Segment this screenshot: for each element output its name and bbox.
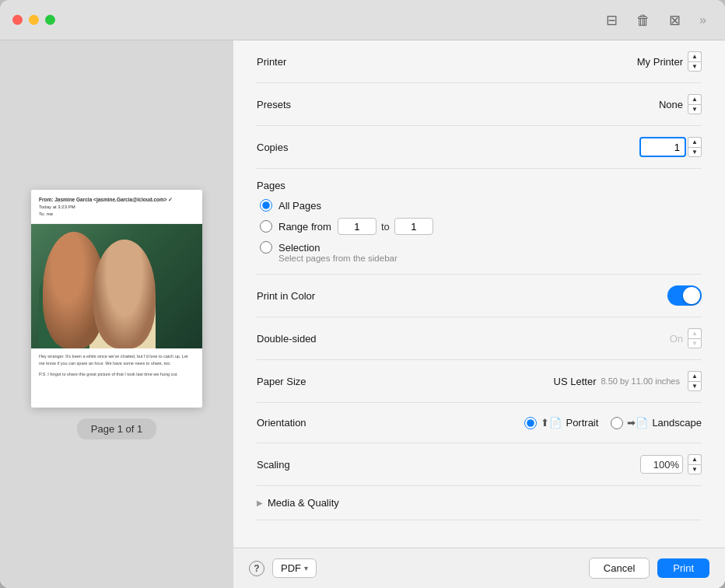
printer-up-arrow[interactable]: ▲ — [688, 51, 702, 61]
printer-stepper[interactable]: ▲ ▼ — [688, 51, 702, 72]
trash-icon[interactable]: 🗑 — [636, 13, 650, 27]
media-quality-label: Media & Quality — [268, 497, 339, 509]
paper-size-down-arrow[interactable]: ▼ — [688, 381, 702, 391]
print-in-color-label: Print in Color — [257, 290, 366, 302]
copies-label: Copies — [257, 142, 366, 153]
email-from: From: Jasmine Garcia <jasmine.Garcia@icl… — [39, 196, 194, 204]
paper-size-value: US Letter 8.50 by 11.00 inches ▲ ▼ — [554, 371, 702, 391]
portrait-label: Portrait — [566, 417, 598, 429]
landscape-label: Landscape — [652, 417, 702, 429]
double-sided-up-arrow[interactable]: ▲ — [688, 328, 702, 338]
copies-row: Copies ▲ ▼ — [257, 126, 702, 169]
selection-hint: Select pages from the sidebar — [278, 254, 702, 263]
pages-options: All Pages Range from to — [260, 199, 702, 263]
scaling-up-arrow[interactable]: ▲ — [688, 454, 702, 464]
scaling-stepper[interactable]: ▲ ▼ — [688, 454, 702, 474]
double-sided-label: Double-sided — [257, 333, 366, 345]
paper-size-name: US Letter — [554, 376, 597, 387]
range-to-label: to — [381, 221, 390, 233]
portrait-radio[interactable] — [524, 417, 537, 429]
pdf-button[interactable]: PDF ▾ — [272, 558, 317, 578]
print-button[interactable]: Print — [657, 558, 709, 578]
portrait-icon: ⬆📄 — [541, 417, 562, 429]
range-radio[interactable] — [260, 220, 272, 233]
scaling-input[interactable] — [640, 455, 683, 474]
double-sided-value-text: On — [670, 333, 683, 345]
paper-size-stepper[interactable]: ▲ ▼ — [688, 371, 702, 391]
email-header: From: Jasmine Garcia <jasmine.Garcia@icl… — [31, 190, 202, 225]
copies-stepper[interactable]: ▲ ▼ — [688, 137, 702, 157]
range-label: Range from — [278, 221, 331, 233]
portrait-option: ⬆📄 Portrait — [524, 417, 598, 429]
help-button[interactable]: ? — [249, 561, 264, 576]
print-in-color-value — [667, 285, 702, 306]
footer: ? PDF ▾ Cancel Print — [233, 548, 725, 588]
presets-down-arrow[interactable]: ▼ — [688, 104, 702, 114]
landscape-radio[interactable] — [611, 417, 623, 429]
minimize-button[interactable] — [29, 15, 39, 25]
media-quality-chevron: ▶ — [257, 499, 263, 507]
printer-down-arrow[interactable]: ▼ — [688, 61, 702, 72]
presets-up-arrow[interactable]: ▲ — [688, 94, 702, 104]
preview-image — [31, 224, 202, 348]
selection-radio[interactable] — [260, 241, 272, 254]
preview-panel: From: Jasmine Garcia <jasmine.Garcia@icl… — [0, 40, 233, 588]
presets-value[interactable]: None — [659, 99, 683, 110]
landscape-icon: ➡📄 — [627, 417, 648, 429]
archive-icon[interactable]: ⊟ — [606, 13, 618, 27]
scaling-row: Scaling ▲ ▼ — [257, 443, 702, 486]
figure-2-head — [93, 240, 156, 348]
cancel-button[interactable]: Cancel — [589, 558, 650, 579]
main-content: From: Jasmine Garcia <jasmine.Garcia@icl… — [0, 40, 725, 588]
paper-size-row: Paper Size US Letter 8.50 by 11.00 inche… — [257, 360, 702, 403]
more-icon[interactable]: » — [699, 13, 706, 27]
all-pages-radio[interactable] — [260, 199, 272, 212]
paper-size-label: Paper Size — [257, 376, 366, 387]
toolbar-icons: ⊟ 🗑 ⊠ » — [606, 13, 706, 27]
double-sided-value: On ▲ ▼ — [670, 328, 702, 348]
media-quality-row[interactable]: ▶ Media & Quality — [257, 486, 702, 520]
pages-label: Pages — [257, 180, 702, 191]
maximize-button[interactable] — [45, 15, 55, 25]
all-pages-row: All Pages — [260, 199, 702, 212]
print-in-color-toggle[interactable] — [667, 285, 702, 306]
orientation-value: ⬆📄 Portrait ➡📄 Landscape — [524, 417, 702, 429]
pdf-chevron-icon: ▾ — [304, 564, 308, 572]
paper-size-up-arrow[interactable]: ▲ — [688, 371, 702, 381]
email-date: Today at 3:23 PM — [39, 204, 194, 212]
printer-row: Printer My Printer ▲ ▼ — [257, 40, 702, 83]
presets-stepper[interactable]: ▲ ▼ — [688, 94, 702, 114]
print-in-color-row: Print in Color — [257, 275, 702, 317]
all-pages-label: All Pages — [278, 200, 321, 212]
selection-row: Selection — [260, 241, 702, 254]
close-button[interactable] — [12, 15, 23, 25]
double-sided-row: Double-sided On ▲ ▼ — [257, 317, 702, 360]
scaling-down-arrow[interactable]: ▼ — [688, 464, 702, 474]
scaling-value-wrap: ▲ ▼ — [640, 454, 702, 474]
print-window: ⊟ 🗑 ⊠ » From: Jasmine Garcia <jasmine.Ga… — [0, 0, 725, 588]
selection-label: Selection — [278, 242, 320, 254]
double-sided-stepper[interactable]: ▲ ▼ — [688, 328, 702, 348]
landscape-option: ➡📄 Landscape — [611, 417, 702, 429]
range-from-input[interactable] — [338, 218, 377, 235]
printer-label: Printer — [257, 56, 366, 68]
paper-size-dimensions: 8.50 by 11.00 inches — [601, 376, 680, 386]
selection-option: Selection Select pages from the sidebar — [260, 241, 702, 263]
range-row: Range from to — [260, 218, 702, 235]
double-sided-down-arrow[interactable]: ▼ — [688, 338, 702, 348]
copies-input[interactable] — [639, 137, 686, 157]
settings-content: Printer My Printer ▲ ▼ Presets None — [233, 40, 725, 548]
close-x-icon[interactable]: ⊠ — [669, 13, 681, 27]
settings-panel: Printer My Printer ▲ ▼ Presets None — [233, 40, 725, 588]
page-indicator: Page 1 of 1 — [77, 418, 157, 439]
orientation-row: Orientation ⬆📄 Portrait ➡📄 Landscape — [257, 403, 702, 443]
pages-section: Pages All Pages Range from — [257, 169, 702, 275]
page-preview: From: Jasmine Garcia <jasmine.Garcia@icl… — [31, 190, 202, 408]
traffic-lights — [12, 15, 55, 25]
printer-value[interactable]: My Printer — [637, 56, 683, 68]
copies-down-arrow[interactable]: ▼ — [688, 147, 702, 157]
range-to-input[interactable] — [394, 218, 433, 235]
email-body: Hey stranger. It's been a while since we… — [31, 348, 202, 383]
copies-up-arrow[interactable]: ▲ — [688, 137, 702, 147]
copies-value-wrap: ▲ ▼ — [639, 137, 702, 157]
